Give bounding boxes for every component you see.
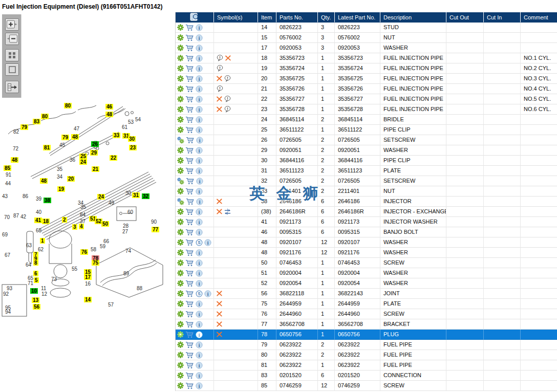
- part-callout[interactable]: 74: [124, 248, 132, 254]
- part-callout[interactable]: 76: [80, 249, 88, 255]
- part-callout[interactable]: 27: [121, 229, 129, 234]
- cart-icon[interactable]: [185, 96, 194, 103]
- gear-icon[interactable]: [177, 300, 184, 307]
- part-callout[interactable]: 25: [79, 154, 87, 159]
- part-callout[interactable]: 68: [35, 228, 42, 233]
- cart-icon[interactable]: [185, 372, 194, 379]
- part-callout[interactable]: 35: [79, 204, 87, 210]
- cart-icon[interactable]: [185, 85, 194, 93]
- info-icon[interactable]: i: [196, 147, 203, 154]
- part-callout[interactable]: 31: [132, 192, 140, 198]
- gear-icon[interactable]: [177, 239, 184, 246]
- part-callout[interactable]: 8: [33, 260, 38, 266]
- part-callout[interactable]: 18: [42, 219, 50, 224]
- part-callout[interactable]: 59: [99, 244, 106, 249]
- part-callout[interactable]: 81: [43, 145, 51, 150]
- table-row[interactable]: i!2335356728135356728FUEL INJECTION PIPE…: [176, 104, 557, 115]
- table-row[interactable]: i50074645310746453SCREW: [176, 258, 557, 268]
- part-callout[interactable]: 22: [110, 155, 117, 161]
- cart-icon[interactable]: [185, 34, 194, 41]
- part-callout[interactable]: 39: [35, 196, 42, 202]
- part-callout[interactable]: 2: [62, 217, 67, 223]
- cart-icon[interactable]: [185, 331, 194, 338]
- gear-icon[interactable]: [177, 147, 184, 154]
- s-badge-icon[interactable]: S: [196, 290, 203, 297]
- cart-icon[interactable]: [185, 147, 194, 154]
- part-callout[interactable]: 16: [84, 281, 92, 287]
- table-row[interactable]: i!1835356723135356723FUEL INJECTION PIPE…: [176, 53, 557, 63]
- cart-icon[interactable]: [185, 188, 194, 195]
- info-icon[interactable]: i: [196, 45, 203, 52]
- part-callout[interactable]: 44: [4, 181, 12, 186]
- cart-icon[interactable]: [185, 259, 194, 267]
- gear-icon[interactable]: [177, 321, 184, 328]
- cart-icon[interactable]: [185, 116, 194, 123]
- part-callout[interactable]: 54: [134, 117, 142, 122]
- info-icon[interactable]: i: [196, 219, 203, 226]
- gear-icon[interactable]: [177, 116, 184, 123]
- part-callout[interactable]: 26: [91, 141, 99, 147]
- table-row[interactable]: i51092000410920004WASHER: [176, 268, 557, 278]
- table-row[interactable]: i38264618662646186INJECTOR: [176, 197, 557, 207]
- part-callout[interactable]: 70: [3, 214, 11, 220]
- cart-icon[interactable]: [185, 311, 194, 318]
- gear-icon[interactable]: [177, 331, 184, 338]
- gear-icon[interactable]: [177, 75, 184, 82]
- table-row[interactable]: i850746259120746259SCREW: [176, 381, 557, 391]
- zoom-in-button[interactable]: [5, 18, 19, 31]
- table-row[interactable]: i26072650520726505SETSCREW: [176, 135, 557, 145]
- gear-icon[interactable]: [177, 290, 184, 297]
- zoom-out-button[interactable]: [5, 33, 19, 45]
- info-icon[interactable]: i: [196, 157, 203, 164]
- gear-icon[interactable]: [177, 34, 184, 41]
- table-row[interactable]: i46009531560095315BANJO BOLT: [176, 227, 557, 237]
- info-icon[interactable]: i: [196, 55, 203, 62]
- tile-view-button[interactable]: [5, 49, 19, 61]
- gear-icon[interactable]: [177, 259, 184, 266]
- table-row[interactable]: i2436845114236845114BRIDLE: [176, 115, 557, 125]
- info-icon[interactable]: i: [196, 321, 203, 328]
- gear-icon[interactable]: [177, 341, 184, 348]
- gear-icon[interactable]: [177, 126, 184, 133]
- part-callout[interactable]: 30: [124, 190, 132, 196]
- part-callout[interactable]: 63: [25, 243, 33, 248]
- cart-icon[interactable]: [185, 208, 194, 215]
- info-icon[interactable]: i: [196, 178, 203, 185]
- gear-icon[interactable]: [177, 65, 184, 72]
- cart-icon[interactable]: [185, 24, 194, 31]
- part-callout[interactable]: 45: [58, 142, 66, 148]
- info-icon[interactable]: i: [204, 290, 211, 297]
- table-row[interactable]: i3036844116236844116PIPE CLIP: [176, 156, 557, 166]
- gear-icon[interactable]: [177, 280, 184, 287]
- table-row[interactable]: i83020152060201520CONNECTION: [176, 371, 557, 381]
- info-icon[interactable]: i: [196, 311, 203, 318]
- gear-icon[interactable]: [177, 382, 184, 389]
- part-callout[interactable]: 72: [12, 146, 19, 151]
- table-row[interactable]: i14082622330826223STUD: [176, 23, 557, 33]
- cart-icon[interactable]: [185, 167, 194, 175]
- double-gear-icon[interactable]: [177, 198, 184, 205]
- part-callout[interactable]: 58: [90, 247, 97, 252]
- part-callout[interactable]: 10: [30, 288, 38, 294]
- cart-icon[interactable]: [186, 137, 195, 144]
- cart-icon[interactable]: [185, 249, 194, 256]
- info-icon[interactable]: i: [196, 300, 203, 308]
- part-callout[interactable]: 48: [11, 157, 18, 163]
- double-gear-icon[interactable]: [177, 137, 184, 144]
- part-callout[interactable]: 75: [92, 260, 99, 266]
- part-callout[interactable]: 57: [107, 302, 115, 308]
- table-row[interactable]: i2536511122136511122PIPE CLIP: [176, 125, 557, 135]
- info-icon[interactable]: i: [196, 116, 203, 123]
- part-callout[interactable]: 91: [5, 172, 12, 178]
- part-callout[interactable]: 38: [44, 198, 51, 203]
- part-callout[interactable]: 20: [67, 176, 75, 182]
- table-row[interactable]: i76264496012644960SCREW: [176, 309, 557, 319]
- gear-icon[interactable]: [177, 188, 184, 194]
- table-row[interactable]: i!2035356725135356725FUEL INJECTION PIPE…: [176, 74, 557, 84]
- info-icon[interactable]: i: [196, 208, 203, 215]
- table-row-selected[interactable]: i78065075610650756PLUG: [176, 330, 557, 340]
- part-callout[interactable]: 55: [71, 266, 78, 272]
- part-callout[interactable]: 33: [113, 133, 120, 138]
- part-callout[interactable]: 86: [22, 193, 29, 199]
- info-icon[interactable]: i: [196, 352, 203, 359]
